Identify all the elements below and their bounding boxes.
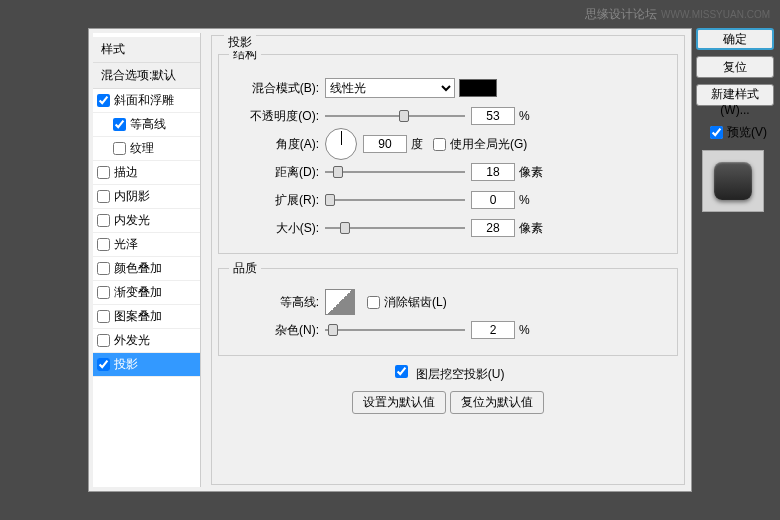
- sidebar-subtitle[interactable]: 混合选项:默认: [93, 63, 200, 89]
- style-label: 外发光: [114, 332, 150, 349]
- angle-label: 角度(A):: [229, 136, 319, 153]
- blend-mode-select[interactable]: 线性光: [325, 78, 455, 98]
- style-label: 等高线: [130, 116, 166, 133]
- style-label: 内发光: [114, 212, 150, 229]
- blend-label: 混合模式(B):: [229, 80, 319, 97]
- contour-picker[interactable]: [325, 289, 355, 315]
- style-label: 描边: [114, 164, 138, 181]
- distance-label: 距离(D):: [229, 164, 319, 181]
- style-item-3[interactable]: 描边: [93, 161, 200, 185]
- opacity-label: 不透明度(O):: [229, 108, 319, 125]
- style-label: 图案叠加: [114, 308, 162, 325]
- distance-slider[interactable]: [325, 164, 465, 180]
- style-label: 斜面和浮雕: [114, 92, 174, 109]
- style-checkbox[interactable]: [97, 358, 110, 371]
- style-item-1[interactable]: 等高线: [93, 113, 200, 137]
- preview-thumbnail: [714, 162, 752, 200]
- style-item-2[interactable]: 纹理: [93, 137, 200, 161]
- reset-default-button[interactable]: 复位为默认值: [450, 391, 544, 414]
- style-checkbox[interactable]: [97, 238, 110, 251]
- spread-input[interactable]: [471, 191, 515, 209]
- knockout-checkbox[interactable]: [395, 365, 408, 378]
- noise-input[interactable]: [471, 321, 515, 339]
- style-item-4[interactable]: 内阴影: [93, 185, 200, 209]
- style-checkbox[interactable]: [97, 214, 110, 227]
- contour-label: 等高线:: [229, 294, 319, 311]
- ok-button[interactable]: 确定: [696, 28, 774, 50]
- watermark: 思缘设计论坛WWW.MISSYUAN.COM: [585, 6, 770, 23]
- noise-slider[interactable]: [325, 322, 465, 338]
- spread-slider[interactable]: [325, 192, 465, 208]
- sidebar-title: 样式: [93, 37, 200, 63]
- global-light-checkbox[interactable]: [433, 138, 446, 151]
- style-label: 内阴影: [114, 188, 150, 205]
- new-style-button[interactable]: 新建样式(W)...: [696, 84, 774, 106]
- style-checkbox[interactable]: [97, 166, 110, 179]
- styles-sidebar: 样式 混合选项:默认 斜面和浮雕等高线纹理描边内阴影内发光光泽颜色叠加渐变叠加图…: [93, 33, 201, 487]
- opacity-slider[interactable]: [325, 108, 465, 124]
- angle-wheel[interactable]: [325, 128, 357, 160]
- spread-label: 扩展(R):: [229, 192, 319, 209]
- style-checkbox[interactable]: [97, 94, 110, 107]
- style-checkbox[interactable]: [97, 286, 110, 299]
- style-label: 投影: [114, 356, 138, 373]
- style-item-9[interactable]: 图案叠加: [93, 305, 200, 329]
- opacity-input[interactable]: [471, 107, 515, 125]
- distance-input[interactable]: [471, 163, 515, 181]
- style-item-0[interactable]: 斜面和浮雕: [93, 89, 200, 113]
- layer-style-dialog: 样式 混合选项:默认 斜面和浮雕等高线纹理描边内阴影内发光光泽颜色叠加渐变叠加图…: [88, 28, 692, 492]
- preview-swatch: [702, 150, 764, 212]
- style-item-11[interactable]: 投影: [93, 353, 200, 377]
- antialias-checkbox[interactable]: [367, 296, 380, 309]
- style-item-10[interactable]: 外发光: [93, 329, 200, 353]
- style-label: 颜色叠加: [114, 260, 162, 277]
- size-slider[interactable]: [325, 220, 465, 236]
- size-label: 大小(S):: [229, 220, 319, 237]
- main-panel: 投影 结构 混合模式(B): 线性光 不透明度(O): %: [205, 29, 691, 491]
- preview-checkbox[interactable]: [710, 126, 723, 139]
- style-item-6[interactable]: 光泽: [93, 233, 200, 257]
- style-checkbox[interactable]: [97, 334, 110, 347]
- style-label: 渐变叠加: [114, 284, 162, 301]
- style-item-8[interactable]: 渐变叠加: [93, 281, 200, 305]
- style-checkbox[interactable]: [97, 262, 110, 275]
- style-item-5[interactable]: 内发光: [93, 209, 200, 233]
- style-checkbox[interactable]: [97, 310, 110, 323]
- shadow-color-swatch[interactable]: [459, 79, 497, 97]
- cancel-button[interactable]: 复位: [696, 56, 774, 78]
- style-checkbox[interactable]: [113, 142, 126, 155]
- structure-group: 结构 混合模式(B): 线性光 不透明度(O): % 角度(A):: [218, 46, 678, 254]
- quality-group: 品质 等高线: 消除锯齿(L) 杂色(N): %: [218, 260, 678, 356]
- angle-input[interactable]: [363, 135, 407, 153]
- style-label: 光泽: [114, 236, 138, 253]
- style-checkbox[interactable]: [113, 118, 126, 131]
- style-item-7[interactable]: 颜色叠加: [93, 257, 200, 281]
- noise-label: 杂色(N):: [229, 322, 319, 339]
- right-buttons: 确定 复位 新建样式(W)... 预览(V): [696, 28, 776, 212]
- panel-title: 投影: [224, 34, 256, 51]
- make-default-button[interactable]: 设置为默认值: [352, 391, 446, 414]
- size-input[interactable]: [471, 219, 515, 237]
- style-label: 纹理: [130, 140, 154, 157]
- style-checkbox[interactable]: [97, 190, 110, 203]
